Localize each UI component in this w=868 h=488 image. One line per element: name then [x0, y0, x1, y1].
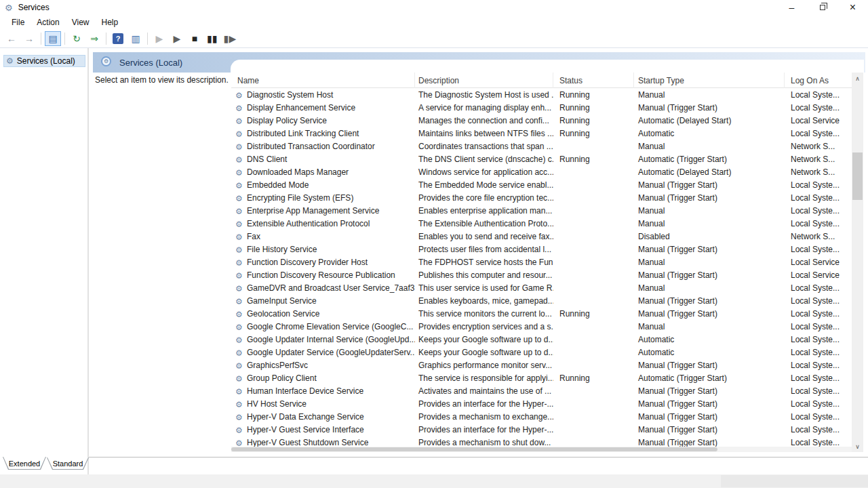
- horizontal-scrollbar-thumb[interactable]: [231, 447, 717, 451]
- service-row[interactable]: ⚙Extensible Authentication ProtocolThe E…: [231, 218, 852, 230]
- service-row[interactable]: ⚙Display Enhancement ServiceA service fo…: [231, 102, 852, 115]
- stop-service-icon[interactable]: ■: [186, 31, 203, 46]
- service-gear-icon: ⚙: [235, 426, 247, 434]
- service-row[interactable]: ⚙Diagnostic System HostThe Diagnostic Sy…: [231, 89, 852, 102]
- service-gear-icon: ⚙: [235, 323, 247, 331]
- forward-icon[interactable]: →: [21, 31, 37, 46]
- play-service-icon-glyph: ▶: [174, 34, 181, 43]
- service-name: Extensible Authentication Protocol: [247, 218, 370, 230]
- service-status-cell: [553, 346, 634, 359]
- service-gear-icon: ⚙: [235, 349, 247, 357]
- service-row[interactable]: ⚙Human Interface Device ServiceActivates…: [231, 385, 852, 398]
- close-button[interactable]: ×: [837, 0, 868, 15]
- restore-button[interactable]: [807, 0, 837, 15]
- service-logon-cell: Local Syste...: [785, 372, 848, 385]
- service-row[interactable]: ⚙Distributed Link Tracking ClientMaintai…: [231, 127, 852, 140]
- service-name-cell: ⚙Downloaded Maps Manager: [231, 166, 415, 179]
- service-status-cell: [553, 269, 634, 282]
- service-row[interactable]: ⚙Distributed Transaction CoordinatorCoor…: [231, 140, 852, 153]
- service-row[interactable]: ⚙Function Discovery Provider HostThe FDP…: [231, 256, 852, 269]
- services-circle-icon: ⚙: [101, 56, 111, 66]
- service-row[interactable]: ⚙Enterprise App Management ServiceEnable…: [231, 205, 852, 218]
- service-row[interactable]: ⚙Encrypting File System (EFS)Provides th…: [231, 192, 852, 205]
- window-title: Services: [18, 3, 50, 12]
- service-row[interactable]: ⚙Group Policy ClientThe service is respo…: [231, 372, 852, 385]
- scroll-down-button[interactable]: ∨: [852, 441, 863, 452]
- service-logon-cell: Local Syste...: [785, 333, 848, 346]
- restart-service-icon[interactable]: ▮▶: [222, 31, 238, 46]
- back-icon[interactable]: ←: [3, 31, 20, 46]
- menu-file[interactable]: File: [5, 16, 31, 29]
- play-service-icon[interactable]: ▶: [169, 31, 185, 46]
- help-icon[interactable]: ?: [110, 31, 126, 46]
- service-desc-cell: Maintains links between NTFS files ...: [415, 127, 553, 140]
- column-header-name[interactable]: Name ˆ: [231, 73, 415, 88]
- export-list-icon[interactable]: ⇒: [86, 31, 102, 46]
- service-row[interactable]: ⚙FaxEnables you to send and receive fax.…: [231, 230, 852, 243]
- menu-help[interactable]: Help: [96, 16, 125, 29]
- column-header-startup-type[interactable]: Startup Type: [634, 73, 785, 88]
- service-status-cell: [553, 295, 634, 308]
- menu-view[interactable]: View: [66, 16, 96, 29]
- service-row[interactable]: ⚙GameDVR and Broadcast User Service_7aaf…: [231, 282, 852, 295]
- service-status-cell: Running: [553, 153, 634, 166]
- service-row[interactable]: ⚙Geolocation ServiceThis service monitor…: [231, 308, 852, 321]
- pause-service-icon[interactable]: ▮▮: [204, 31, 220, 46]
- scroll-up-button[interactable]: ∧: [852, 73, 863, 84]
- service-gear-icon: ⚙: [235, 272, 247, 280]
- service-row[interactable]: ⚙Hyper-V Guest Service InterfaceProvides…: [231, 424, 852, 436]
- column-header-log-on-as[interactable]: Log On As: [785, 73, 848, 88]
- services-window: ⚙ Services – × File Action View Help ←→▤…: [0, 0, 868, 488]
- horizontal-scrollbar[interactable]: [231, 447, 852, 452]
- service-status-cell: [553, 282, 634, 295]
- service-name: Google Updater Service (GoogleUpdaterSer…: [247, 346, 415, 359]
- service-name: Geolocation Service: [247, 308, 319, 321]
- service-desc-cell: Provides an interface for the Hyper-...: [415, 424, 553, 436]
- column-header-description[interactable]: Description: [415, 73, 553, 88]
- service-row[interactable]: ⚙DNS ClientThe DNS Client service (dnsca…: [231, 153, 852, 166]
- service-startup-cell: Manual: [634, 218, 785, 230]
- help-icon-glyph: ?: [113, 33, 123, 44]
- service-row[interactable]: ⚙Google Updater Service (GoogleUpdaterSe…: [231, 346, 852, 359]
- service-name-cell: ⚙Google Chrome Elevation Service (Google…: [231, 321, 415, 333]
- caption-buttons: – ×: [776, 0, 868, 15]
- sort-ascending-icon: ˆ: [320, 73, 323, 80]
- properties-window-icon[interactable]: ▥: [127, 31, 144, 46]
- start-service-icon[interactable]: ▶: [151, 31, 167, 46]
- minimize-button[interactable]: –: [776, 0, 807, 15]
- show-console-tree-icon[interactable]: ▤: [45, 31, 61, 46]
- tab-standard[interactable]: Standard: [47, 458, 89, 470]
- service-gear-icon: ⚙: [235, 336, 247, 344]
- service-row[interactable]: ⚙Google Chrome Elevation Service (Google…: [231, 321, 852, 333]
- tree-item-services-local[interactable]: ⚙ Services (Local): [3, 55, 85, 67]
- tab-extended[interactable]: Extended: [3, 457, 46, 470]
- service-row[interactable]: ⚙Google Updater Internal Service (Google…: [231, 333, 852, 346]
- service-startup-cell: Manual (Trigger Start): [634, 179, 785, 192]
- column-label: Name: [237, 76, 259, 85]
- service-row[interactable]: ⚙Downloaded Maps ManagerWindows service …: [231, 166, 852, 179]
- title-bar[interactable]: ⚙ Services – ×: [0, 0, 868, 15]
- column-header-status[interactable]: Status: [553, 73, 634, 88]
- service-row[interactable]: ⚙Function Discovery Resource Publication…: [231, 269, 852, 282]
- service-row[interactable]: ⚙File History ServiceProtects user files…: [231, 243, 852, 256]
- service-row[interactable]: ⚙HV Host ServiceProvides an interface fo…: [231, 398, 852, 411]
- service-name-cell: ⚙File History Service: [231, 243, 415, 256]
- service-row[interactable]: ⚙GraphicsPerfSvcGraphics performance mon…: [231, 359, 852, 372]
- service-name-cell: ⚙Display Policy Service: [231, 115, 415, 127]
- service-name: Embedded Mode: [247, 179, 309, 192]
- service-row[interactable]: ⚙Hyper-V Data Exchange ServiceProvides a…: [231, 411, 852, 424]
- vertical-scrollbar[interactable]: ∧ ∨: [852, 73, 863, 452]
- menu-action[interactable]: Action: [31, 16, 65, 29]
- service-startup-cell: Manual: [634, 256, 785, 269]
- service-gear-icon: ⚙: [235, 413, 247, 422]
- service-row[interactable]: ⚙GameInput ServiceEnables keyboards, mic…: [231, 295, 852, 308]
- service-row[interactable]: ⚙Embedded ModeThe Embedded Mode service …: [231, 179, 852, 192]
- service-row[interactable]: ⚙Display Policy ServiceManages the conne…: [231, 115, 852, 127]
- tab-label: Standard: [47, 458, 89, 470]
- service-status-cell: [553, 321, 634, 333]
- service-startup-cell: Manual: [634, 205, 785, 218]
- refresh-icon[interactable]: ↻: [68, 31, 85, 46]
- service-name: Fax: [247, 230, 260, 243]
- vertical-scrollbar-thumb[interactable]: [852, 152, 863, 200]
- service-gear-icon: ⚙: [235, 104, 247, 113]
